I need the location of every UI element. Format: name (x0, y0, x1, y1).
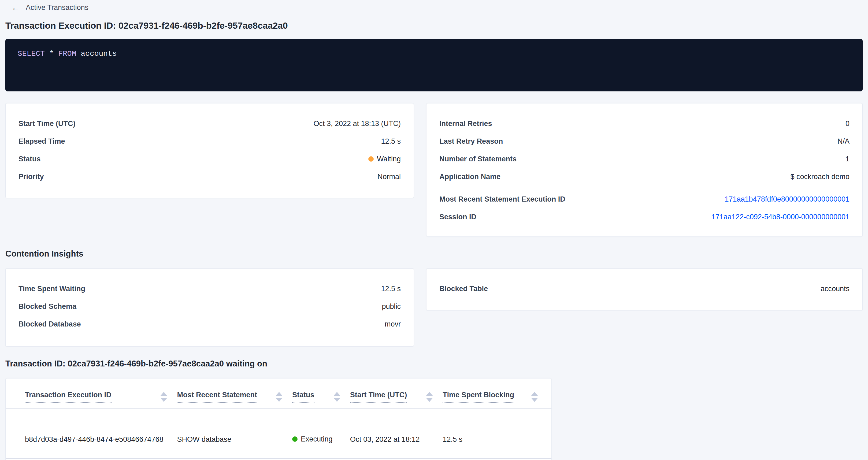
transaction-execution-id-column-label: Transaction Execution ID (25, 391, 112, 403)
row-time-spent-waiting: Time Spent Waiting 12.5 s (19, 280, 401, 298)
time-spent-waiting-label: Time Spent Waiting (19, 285, 85, 293)
column-header-transaction-execution-id[interactable]: Transaction Execution ID (15, 391, 177, 403)
row-status: Status Waiting (19, 150, 401, 168)
waiting-table-row: b8d7d03a-d497-446b-8474-e50846674768 SHO… (6, 408, 551, 459)
blocked-table-value: accounts (820, 285, 849, 293)
contention-insights-heading: Contention Insights (5, 249, 863, 259)
row-start-time: Start Time (UTC) Oct 3, 2022 at 18:13 (U… (19, 115, 401, 132)
last-retry-reason-value: N/A (837, 137, 849, 146)
status-waiting-dot-icon (368, 156, 374, 162)
number-of-statements-value: 1 (845, 155, 849, 163)
internal-retries-value: 0 (845, 120, 849, 128)
sort-arrows-icon (426, 392, 433, 402)
transaction-details-card: Internal Retries 0 Last Retry Reason N/A… (426, 103, 863, 237)
sort-arrows-icon (531, 392, 538, 402)
time-spent-waiting-value: 12.5 s (381, 285, 401, 293)
most-recent-statement-column-label: Most Recent Statement (177, 391, 257, 403)
status-executing-dot-icon (292, 436, 298, 442)
sql-table-name: accounts (76, 50, 117, 58)
page-title: Transaction Execution ID: 02ca7931-f246-… (5, 20, 863, 31)
back-link-label: Active Transactions (26, 3, 89, 12)
contention-right-card: Blocked Table accounts (426, 268, 863, 311)
column-header-most-recent-statement[interactable]: Most Recent Statement (177, 391, 292, 403)
row-session-id: Session ID 171aa122-c092-54b8-0000-00000… (439, 208, 849, 226)
most-recent-statement-execution-id-link[interactable]: 171aa1b478fdf0e80000000000000001 (725, 195, 850, 204)
blocked-database-value: movr (385, 320, 401, 328)
row-blocked-schema: Blocked Schema public (19, 298, 401, 315)
row-elapsed-time: Elapsed Time 12.5 s (19, 132, 401, 150)
priority-label: Priority (19, 173, 44, 181)
transaction-details-page: ← Active Transactions Transaction Execut… (0, 0, 868, 460)
cell-start-time: Oct 03, 2022 at 18:12 (350, 435, 443, 443)
sort-arrows-icon (334, 392, 340, 402)
waiting-table-header-row: Transaction Execution ID Most Recent Sta… (6, 378, 551, 408)
start-time-value: Oct 3, 2022 at 18:13 (UTC) (313, 120, 401, 128)
last-retry-reason-label: Last Retry Reason (439, 137, 503, 146)
details-card-divider (439, 188, 849, 188)
contention-cards-row: Time Spent Waiting 12.5 s Blocked Schema… (5, 268, 863, 347)
status-executing-text: Executing (301, 435, 333, 443)
blocked-schema-value: public (382, 302, 401, 311)
sort-arrows-icon (160, 392, 167, 402)
sort-arrows-icon (276, 392, 283, 402)
row-application-name: Application Name $ cockroach demo (439, 168, 849, 185)
start-time-column-label: Start Time (UTC) (350, 391, 407, 403)
start-time-label: Start Time (UTC) (19, 120, 75, 128)
number-of-statements-label: Number of Statements (439, 155, 517, 163)
application-name-value: $ cockroach demo (790, 173, 849, 181)
priority-value: Normal (377, 173, 401, 181)
status-column-label: Status (292, 391, 314, 403)
column-header-start-time[interactable]: Start Time (UTC) (350, 391, 443, 403)
cell-time-spent-blocking: 12.5 s (442, 435, 542, 443)
elapsed-time-label: Elapsed Time (19, 137, 65, 146)
status-label: Status (19, 155, 41, 163)
row-blocked-table: Blocked Table accounts (439, 280, 849, 298)
back-link-active-transactions[interactable]: ← Active Transactions (11, 3, 89, 12)
sql-keyword-from: FROM (58, 50, 76, 58)
row-internal-retries: Internal Retries 0 (439, 115, 849, 132)
elapsed-time-value: 12.5 s (381, 137, 401, 146)
application-name-label: Application Name (439, 173, 500, 181)
row-blocked-database: Blocked Database movr (19, 315, 401, 333)
back-arrow-icon: ← (11, 3, 20, 12)
status-value: Waiting (368, 155, 401, 163)
session-id-label: Session ID (439, 213, 476, 221)
column-header-status[interactable]: Status (292, 391, 350, 403)
row-number-of-statements: Number of Statements 1 (439, 150, 849, 168)
contention-left-card: Time Spent Waiting 12.5 s Blocked Schema… (5, 268, 414, 347)
sql-keyword-select: SELECT (18, 50, 45, 58)
row-most-recent-statement-execution-id: Most Recent Statement Execution ID 171aa… (439, 190, 849, 208)
time-spent-blocking-column-label: Time Spent Blocking (442, 391, 514, 403)
session-id-link[interactable]: 171aa122-c092-54b8-0000-000000000001 (711, 213, 849, 221)
cell-status: Executing (292, 435, 350, 444)
status-waiting-text: Waiting (377, 155, 401, 163)
cell-most-recent-statement: SHOW database (177, 435, 292, 443)
sql-statement-box: SELECT * FROM accounts (5, 39, 863, 91)
summary-cards-row: Start Time (UTC) Oct 3, 2022 at 18:13 (U… (5, 103, 863, 237)
column-header-time-spent-blocking[interactable]: Time Spent Blocking (442, 391, 542, 403)
row-priority: Priority Normal (19, 168, 401, 185)
blocked-table-label: Blocked Table (439, 285, 488, 293)
waiting-transactions-table: Transaction Execution ID Most Recent Sta… (5, 378, 552, 460)
blocked-schema-label: Blocked Schema (19, 302, 76, 311)
cell-transaction-execution-id: b8d7d03a-d497-446b-8474-e50846674768 (15, 435, 177, 443)
waiting-on-heading: Transaction ID: 02ca7931-f246-469b-b2fe-… (5, 359, 863, 369)
transaction-summary-card: Start Time (UTC) Oct 3, 2022 at 18:13 (U… (5, 103, 414, 198)
blocked-database-label: Blocked Database (19, 320, 81, 328)
most-recent-statement-execution-id-label: Most Recent Statement Execution ID (439, 195, 565, 204)
internal-retries-label: Internal Retries (439, 120, 492, 128)
row-last-retry-reason: Last Retry Reason N/A (439, 132, 849, 150)
sql-star: * (45, 50, 58, 58)
